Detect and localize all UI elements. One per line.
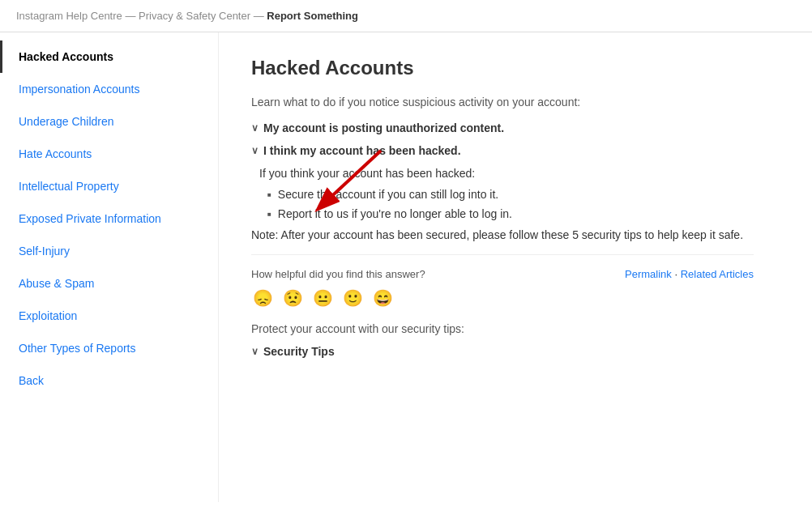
- emoji-4[interactable]: 🙂: [341, 287, 365, 309]
- intro-text: Learn what to do if you notice suspiciou…: [251, 96, 754, 109]
- sidebar-item-intellectual-property[interactable]: Intellectual Property: [0, 170, 218, 202]
- bullet-item-report: Report it to us if you're no longer able…: [267, 207, 754, 220]
- permalink-link[interactable]: Permalink: [625, 268, 672, 280]
- note-text: Note: After your account has been secure…: [251, 228, 754, 241]
- emoji-5[interactable]: 😄: [371, 287, 395, 309]
- accordion-security-tips-header[interactable]: ∨ Security Tips: [251, 345, 754, 358]
- accordion-security-tips[interactable]: ∨ Security Tips: [251, 345, 754, 358]
- accordion-hacked-content: If you think your account has been hacke…: [251, 167, 754, 220]
- sidebar-item-impersonation-accounts[interactable]: Impersonation Accounts: [0, 73, 218, 105]
- sidebar-item-exploitation[interactable]: Exploitation: [0, 300, 218, 332]
- chevron-down-icon-2: ∨: [251, 145, 259, 156]
- chevron-down-icon: ∨: [251, 122, 259, 134]
- page-title: Hacked Accounts: [251, 57, 754, 79]
- breadcrumb-part2: Privacy & Safety Center: [139, 10, 250, 22]
- sidebar-item-underage-children[interactable]: Underage Children: [0, 105, 218, 138]
- sidebar-item-exposed-private-information[interactable]: Exposed Private Information: [0, 202, 218, 235]
- sidebar-item-self-injury[interactable]: Self-Injury: [0, 235, 218, 267]
- bullet-item-secure: Secure the account if you can still log …: [267, 188, 754, 201]
- emoji-2[interactable]: 😟: [281, 287, 305, 309]
- chevron-down-icon-3: ∨: [251, 346, 259, 357]
- sidebar-item-other-types-of-reports[interactable]: Other Types of Reports: [0, 332, 218, 364]
- helpful-section: How helpful did you find this answer? 😞 …: [251, 268, 754, 309]
- breadcrumb-part1: Instagram Help Centre: [16, 10, 122, 22]
- accordion-unauthorized-header[interactable]: ∨ My account is posting unauthorized con…: [251, 121, 754, 134]
- bullet-list: Secure the account if you can still log …: [267, 188, 754, 220]
- emoji-row: 😞 😟 😐 🙂 😄: [251, 287, 425, 309]
- breadcrumb-sep2: —: [254, 10, 267, 22]
- sidebar: Hacked Accounts Impersonation Accounts U…: [0, 32, 219, 502]
- sidebar-item-hacked-accounts[interactable]: Hacked Accounts: [0, 40, 218, 73]
- breadcrumb-sep1: —: [125, 10, 139, 22]
- breadcrumb: Instagram Help Centre — Privacy & Safety…: [0, 0, 812, 32]
- helpful-left: How helpful did you find this answer? 😞 …: [251, 268, 425, 309]
- sidebar-item-abuse-spam[interactable]: Abuse & Spam: [0, 267, 218, 300]
- accordion-unauthorized[interactable]: ∨ My account is posting unauthorized con…: [251, 121, 754, 134]
- protect-text: Protect your account with our security t…: [251, 322, 754, 335]
- main-content: Hacked Accounts Learn what to do if you …: [219, 32, 786, 502]
- breadcrumb-part3: Report Something: [267, 10, 358, 22]
- sidebar-item-hate-accounts[interactable]: Hate Accounts: [0, 138, 218, 170]
- related-articles-link[interactable]: Related Articles: [681, 268, 754, 280]
- helpful-right: Permalink · Related Articles: [625, 268, 754, 280]
- divider: [251, 254, 754, 255]
- emoji-3[interactable]: 😐: [311, 287, 335, 309]
- expanded-intro: If you think your account has been hacke…: [259, 167, 754, 180]
- emoji-1[interactable]: 😞: [251, 287, 275, 309]
- accordion-hacked[interactable]: ∨ I think my account has been hacked. If…: [251, 144, 754, 241]
- helpful-question: How helpful did you find this answer?: [251, 268, 425, 280]
- accordion-hacked-header[interactable]: ∨ I think my account has been hacked.: [251, 144, 754, 157]
- sidebar-item-back[interactable]: Back: [0, 364, 218, 397]
